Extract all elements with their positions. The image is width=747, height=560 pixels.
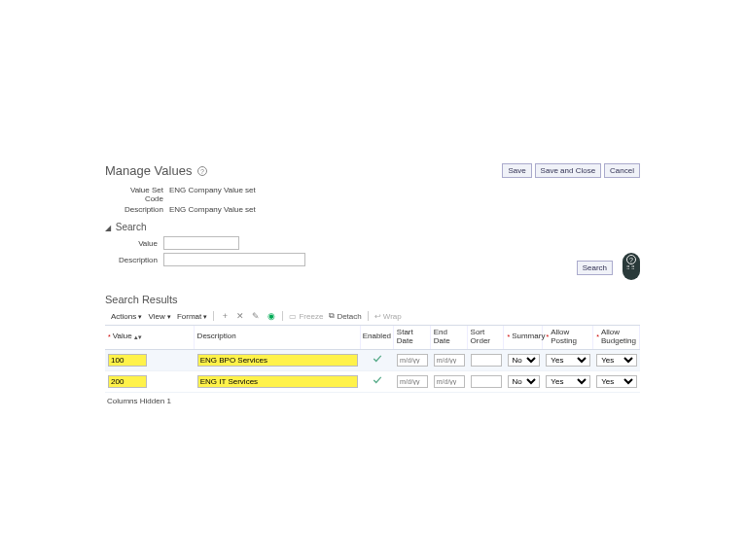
refresh-icon[interactable]: ◉ [267,311,276,321]
help-icon[interactable]: ? [197,166,207,176]
search-form: Value Description [119,236,640,266]
table-row[interactable]: NoYesNoYesNoYes [105,371,640,393]
columns-hidden-footer: Columns Hidden 1 [107,397,640,405]
detach-icon: ⧉ [329,311,335,321]
wrap-button[interactable]: ↩Wrap [374,312,402,321]
allow-posting-select[interactable]: NoYes [546,375,590,388]
save-and-close-button[interactable]: Save and Close [535,163,601,178]
results-table: *Value▴▾ Description Enabled Start Date … [105,325,640,393]
col-end-date[interactable]: End Date [431,326,468,349]
col-start-date[interactable]: Start Date [394,326,431,349]
value-input[interactable] [108,354,147,367]
description-input[interactable] [197,375,358,388]
start-date-input[interactable] [397,354,428,367]
col-summary[interactable]: *Summary [504,326,543,349]
toolbar-separator [282,311,283,321]
table-header: *Value▴▾ Description Enabled Start Date … [105,326,640,350]
search-title: Search [116,222,147,232]
top-button-bar: Save Save and Close Cancel [502,163,640,178]
enabled-checkbox[interactable] [364,354,391,366]
results-title: Search Results [105,294,640,305]
search-desc-label: Description [119,256,163,264]
toolbar-separator [368,311,369,321]
question-icon: ? [626,255,636,264]
value-set-desc-label: Description [111,205,169,214]
value-input[interactable] [108,375,147,388]
summary-select[interactable]: NoYes [508,354,541,367]
collapse-icon: ◢ [105,224,111,232]
enabled-checkbox[interactable] [364,375,391,387]
caret-down-icon: ▾ [203,313,207,320]
caret-down-icon: ▾ [167,313,171,320]
allow-budgeting-select[interactable]: NoYes [596,354,637,367]
search-value-input[interactable] [163,236,239,250]
freeze-button[interactable]: ▭Freeze [289,312,323,321]
col-enabled[interactable]: Enabled [361,326,394,349]
summary-select[interactable]: NoYes [508,375,541,388]
results-toolbar: Actions ▾ View ▾ Format ▾ + ✕ ✎ ◉ ▭Freez… [111,311,640,321]
end-date-input[interactable] [434,375,465,388]
allow-budgeting-select[interactable]: NoYes [596,375,637,388]
page-title-text: Manage Values [105,163,192,178]
wrap-icon: ↩ [374,312,381,321]
start-date-input[interactable] [397,375,428,388]
col-value[interactable]: *Value▴▾ [105,326,195,349]
value-set-desc-value: ENG Company Value set [169,205,256,214]
col-allow-posting[interactable]: *Allow Posting [543,326,593,349]
description-input[interactable] [197,354,358,367]
toolbar-separator [213,311,214,321]
actions-menu[interactable]: Actions ▾ [111,312,142,321]
save-button[interactable]: Save [502,163,531,178]
search-value-label: Value [119,239,163,248]
sort-icon: ▴▾ [134,333,142,341]
page-title: Manage Values ? [105,163,207,178]
end-date-input[interactable] [434,354,465,367]
allow-posting-select[interactable]: NoYes [546,354,590,367]
search-button[interactable]: Search [577,261,613,275]
add-icon[interactable]: + [220,311,230,321]
col-description[interactable]: Description [195,326,361,349]
view-menu[interactable]: View ▾ [148,312,170,321]
sort-order-input[interactable] [471,375,502,388]
delete-icon[interactable]: ✕ [235,311,245,321]
table-body: NoYesNoYesNoYesNoYesNoYesNoYes [105,350,640,393]
detach-button[interactable]: ⧉Detach [329,311,361,321]
value-set-code-value: ENG Company Value set [169,186,256,203]
search-section-header[interactable]: ◢ Search [105,222,640,232]
format-menu[interactable]: Format ▾ [177,312,208,321]
table-row[interactable]: NoYesNoYesNoYes [105,350,640,371]
side-help-widget[interactable]: ? ⠿⠿ [622,253,640,280]
cancel-button[interactable]: Cancel [604,163,640,178]
keypad-icon: ⠿⠿ [622,265,640,270]
value-set-meta: Value Set Code ENG Company Value set Des… [111,186,640,214]
col-allow-budgeting[interactable]: *Allow Budgeting [593,326,640,349]
value-set-code-label: Value Set Code [111,186,169,203]
sort-order-input[interactable] [471,354,502,367]
caret-down-icon: ▾ [138,313,142,320]
freeze-icon: ▭ [289,312,297,321]
edit-icon[interactable]: ✎ [251,311,261,321]
search-desc-input[interactable] [163,253,305,266]
col-sort-order[interactable]: Sort Order [468,326,505,349]
